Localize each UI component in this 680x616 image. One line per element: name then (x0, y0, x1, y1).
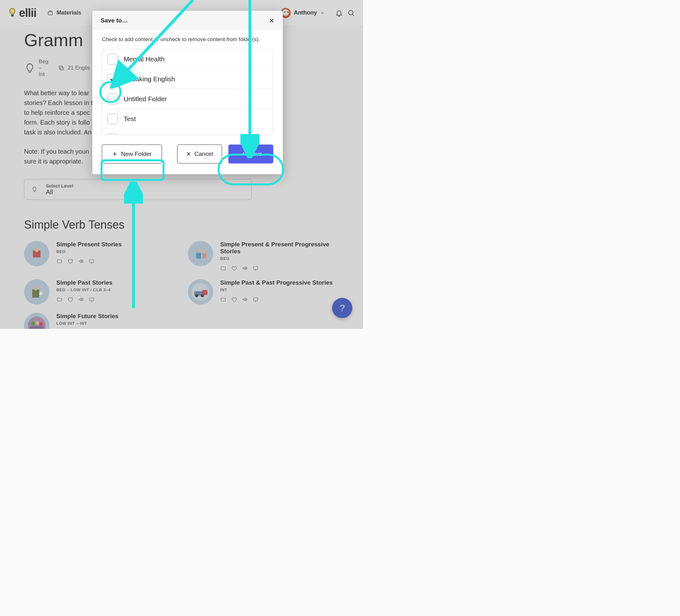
folder-checkbox[interactable] (107, 114, 118, 124)
new-folder-label: New Folder (121, 150, 151, 157)
folder-list: Mental Health Speaking English Untitled … (102, 49, 273, 135)
modal-header: Save to… (92, 11, 283, 29)
folder-row[interactable]: Speaking English (102, 69, 273, 89)
folder-checkbox[interactable] (107, 94, 118, 105)
save-button[interactable]: Save (228, 145, 273, 164)
modal-subtitle: Check to add content or uncheck to remov… (92, 29, 283, 46)
close-icon (186, 151, 191, 156)
folder-label: Untitled Folder (124, 95, 167, 103)
folder-row[interactable]: Test (102, 109, 273, 129)
folder-label: Test (124, 115, 136, 123)
folder-label: Speaking English (124, 75, 175, 83)
plus-icon (112, 151, 118, 157)
folder-checkbox[interactable] (107, 74, 118, 84)
save-to-modal: Save to… Check to add content or uncheck… (92, 11, 283, 174)
folder-row[interactable]: Untitled Folder (102, 89, 273, 109)
modal-title: Save to… (101, 17, 128, 24)
save-label: Save (248, 150, 262, 157)
folder-row[interactable]: Valentine's Day (102, 129, 273, 135)
check-icon (239, 151, 245, 157)
cancel-button[interactable]: Cancel (177, 145, 222, 164)
folder-row[interactable]: Mental Health (102, 49, 273, 69)
cancel-label: Cancel (194, 150, 213, 157)
modal-footer: New Folder Cancel Save (92, 135, 283, 174)
folder-checkbox[interactable] (107, 54, 118, 64)
folder-label: Mental Health (124, 55, 165, 63)
close-icon[interactable] (269, 18, 275, 23)
new-folder-button[interactable]: New Folder (102, 145, 162, 164)
